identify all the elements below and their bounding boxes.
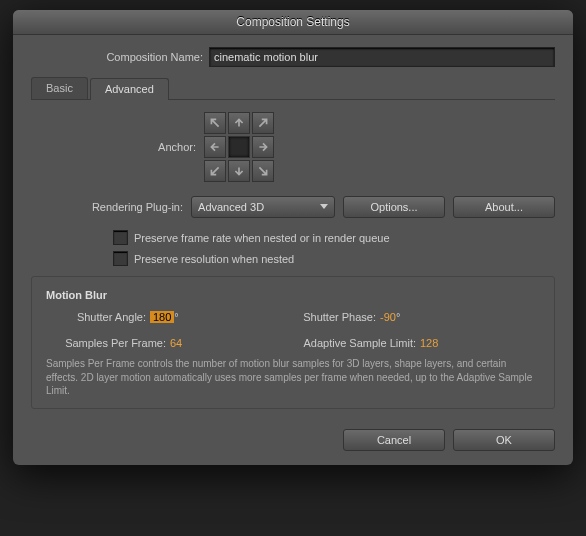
shutter-angle-label: Shutter Angle: (46, 311, 150, 323)
adaptive-sample-limit-label: Adaptive Sample Limit: (276, 337, 420, 349)
anchor-label: Anchor: (31, 141, 204, 153)
ok-button[interactable]: OK (453, 429, 555, 451)
arrow-down-right-icon (257, 165, 269, 177)
samples-row: Samples Per Frame: 64 Adaptive Sample Li… (46, 337, 540, 349)
preserve-framerate-row: Preserve frame rate when nested or in re… (113, 230, 555, 245)
motion-blur-help-text: Samples Per Frame controls the number of… (46, 357, 540, 398)
arrow-down-icon (233, 165, 245, 177)
shutter-row: Shutter Angle: 180 ° Shutter Phase: -90 … (46, 311, 540, 323)
preserve-framerate-checkbox[interactable] (113, 230, 128, 245)
preserve-framerate-label: Preserve frame rate when nested or in re… (134, 232, 390, 244)
composition-name-label: Composition Name: (31, 51, 209, 63)
rendering-plugin-value: Advanced 3D (198, 201, 264, 213)
arrow-up-right-icon (257, 117, 269, 129)
shutter-phase-label: Shutter Phase: (276, 311, 380, 323)
anchor-bottom-right[interactable] (252, 160, 274, 182)
tab-advanced[interactable]: Advanced (90, 78, 169, 100)
preserve-resolution-checkbox[interactable] (113, 251, 128, 266)
dialog-footer: Cancel OK (31, 429, 555, 451)
anchor-bottom[interactable] (228, 160, 250, 182)
window-content: Composition Name: Basic Advanced Anchor: (13, 35, 573, 465)
anchor-left[interactable] (204, 136, 226, 158)
composition-settings-window: Composition Settings Composition Name: B… (13, 10, 573, 465)
arrow-down-left-icon (209, 165, 221, 177)
arrow-left-icon (209, 141, 221, 153)
composition-name-row: Composition Name: (31, 47, 555, 67)
anchor-right[interactable] (252, 136, 274, 158)
rendering-plugin-select[interactable]: Advanced 3D (191, 196, 335, 218)
anchor-row: Anchor: (31, 112, 555, 182)
composition-name-input[interactable] (209, 47, 555, 67)
arrow-up-icon (233, 117, 245, 129)
shutter-phase-value[interactable]: -90 (380, 311, 396, 323)
preserve-resolution-row: Preserve resolution when nested (113, 251, 555, 266)
adaptive-sample-limit-value[interactable]: 128 (420, 337, 438, 349)
options-button[interactable]: Options... (343, 196, 445, 218)
anchor-top-right[interactable] (252, 112, 274, 134)
anchor-grid (204, 112, 274, 182)
cancel-button[interactable]: Cancel (343, 429, 445, 451)
anchor-bottom-left[interactable] (204, 160, 226, 182)
anchor-top[interactable] (228, 112, 250, 134)
anchor-center[interactable] (228, 136, 250, 158)
samples-per-frame-value[interactable]: 64 (170, 337, 182, 349)
window-title: Composition Settings (236, 15, 349, 29)
shutter-angle-degree: ° (174, 311, 178, 323)
anchor-top-left[interactable] (204, 112, 226, 134)
motion-blur-title: Motion Blur (42, 289, 111, 301)
about-button[interactable]: About... (453, 196, 555, 218)
rendering-plugin-label: Rendering Plug-in: (31, 201, 191, 213)
rendering-plugin-row: Rendering Plug-in: Advanced 3D Options..… (31, 196, 555, 218)
arrow-up-left-icon (209, 117, 221, 129)
preserve-resolution-label: Preserve resolution when nested (134, 253, 294, 265)
arrow-right-icon (257, 141, 269, 153)
tabs: Basic Advanced (31, 77, 555, 100)
shutter-angle-value[interactable]: 180 (150, 311, 174, 323)
motion-blur-group: Motion Blur Shutter Angle: 180 ° Shutter… (31, 276, 555, 409)
samples-per-frame-label: Samples Per Frame: (46, 337, 170, 349)
window-titlebar: Composition Settings (13, 10, 573, 35)
tab-basic[interactable]: Basic (31, 77, 88, 99)
shutter-phase-degree: ° (396, 311, 400, 323)
